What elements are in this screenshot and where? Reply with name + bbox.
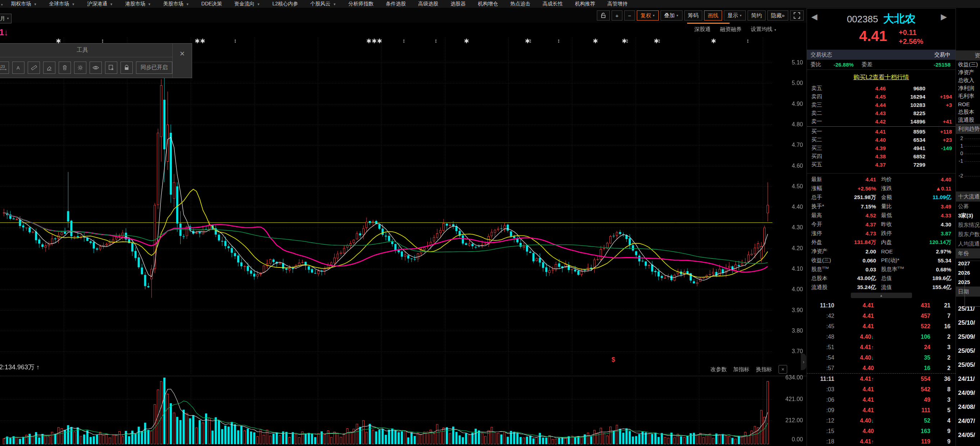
lock-open-button[interactable] [597, 10, 610, 21]
menu-item-DDE决策[interactable]: DDE决策 [195, 1, 228, 7]
date-item[interactable]: 24/09/ [956, 386, 980, 400]
menu-item-分析师指数[interactable]: 分析师指数 [342, 1, 380, 7]
event-star-icon[interactable]: ∗ [463, 37, 469, 44]
event-star-icon[interactable]: ∗ [377, 37, 383, 44]
draw-line-button[interactable]: 画线 [704, 10, 722, 21]
date-item[interactable]: 24/07/ [956, 414, 980, 428]
simple-mode-button[interactable]: 简约 [748, 10, 765, 21]
event-star-icon[interactable]: ∗ [200, 37, 206, 44]
sync-enabled-button[interactable]: 同步已开启 [136, 62, 172, 74]
event-star-icon[interactable]: ∗ [593, 37, 599, 44]
display-button[interactable]: 显示 ▼ [724, 10, 746, 21]
date-item[interactable]: 24/11/ [956, 372, 980, 386]
sub-link-深股通[interactable]: 深股通 [694, 26, 711, 33]
stats-row: 股息TTM0.03股息率TTM0.68% [807, 265, 956, 274]
chip-distribution-button[interactable]: 筹码 [684, 10, 702, 21]
holders-label[interactable]: 公募 [956, 202, 980, 211]
finance-label: 毛利率 [956, 92, 980, 100]
lock-tool[interactable] [121, 62, 133, 74]
holders-label[interactable]: 股东情况 [956, 220, 980, 229]
menu-item-港股市场[interactable]: 港股市场 ▼ [119, 1, 157, 7]
panel-collapse-handle[interactable]: › [801, 354, 806, 370]
menu-item-美股市场[interactable]: 美股市场 ▼ [157, 1, 195, 7]
trash-tool[interactable] [59, 62, 71, 74]
menu-item-高管增持[interactable]: 高管增持 [601, 1, 633, 7]
gear-tool[interactable] [74, 62, 86, 74]
holders-value[interactable]: 3家(3) [956, 211, 980, 220]
tools-palette-title[interactable]: 工具 [0, 43, 172, 57]
text-a-tool[interactable]: A [12, 62, 24, 74]
bid-row[interactable]: 买三4.394941-149 [807, 144, 956, 152]
side-tab-header[interactable]: 资金 [956, 50, 980, 61]
date-item[interactable]: 25/05/ [956, 358, 980, 372]
hide-button[interactable]: 隐藏» [767, 10, 788, 21]
date-item[interactable]: 24/08/ [956, 400, 980, 414]
ask-row[interactable]: 卖四4.4516294+194 [807, 92, 956, 101]
menu-item-资金流向[interactable]: 资金流向 ▼ [228, 1, 266, 7]
menu-item-全球市场[interactable]: 全球市场 ▼ [43, 1, 81, 7]
adjust-price-button[interactable]: 复权 ▼ [637, 10, 659, 21]
zoom-out-button[interactable]: − [624, 10, 635, 21]
holders-label[interactable]: 股东户数 [956, 229, 980, 239]
menu-item-选股器[interactable]: 选股器 [444, 1, 472, 7]
tick-time: :42 [811, 313, 834, 319]
event-star-icon[interactable]: ∗ [711, 37, 717, 44]
date-item[interactable]: 24/05/ [956, 442, 980, 446]
menu-item-L2核心内参[interactable]: L2核心内参 [266, 1, 304, 7]
stats-collapse-button[interactable]: ▲ [851, 293, 912, 298]
date-item[interactable]: 25/10/ [956, 316, 980, 330]
volume-axis-label: 634.00 [773, 374, 803, 381]
tools-close-button[interactable]: × [172, 43, 192, 78]
date-item[interactable]: 24/05/ [956, 428, 980, 442]
menu-item-机构增仓[interactable]: 机构增仓 [472, 1, 504, 7]
menu-item-机构推荐[interactable]: 机构推荐 [569, 1, 601, 7]
stat-label: 股息TTM [811, 266, 842, 273]
tick-count: 16 [930, 323, 950, 330]
bid-row[interactable]: 买四4.386852 [807, 152, 956, 161]
next-stock-arrow-icon[interactable]: ▶ [941, 12, 947, 22]
event-updown-icon[interactable]: ↕ [529, 37, 532, 44]
fullscreen-button[interactable] [790, 10, 804, 21]
ruler-tool[interactable] [28, 62, 40, 74]
menu-item-高成长性[interactable]: 高成长性 [536, 1, 569, 7]
ask-row[interactable]: 卖五4.469680 [807, 84, 956, 92]
ask-row[interactable]: 卖一4.4214896+41 [807, 117, 956, 126]
bid-row[interactable]: 买一4.418595+118 [807, 127, 956, 136]
event-updown-icon[interactable]: ↕ [746, 37, 749, 44]
zoom-in-button[interactable]: + [612, 10, 622, 21]
menu-item-期权市场[interactable]: 期权市场 ▼ [5, 1, 43, 7]
overlay-button[interactable]: 叠加 ▼ [660, 10, 682, 21]
close-indicator-icon[interactable]: × [778, 365, 787, 374]
bid-row[interactable]: 买二4.406534+23 [807, 136, 956, 144]
tick-count: 2 [930, 334, 950, 340]
price-axis-label: 4.90 [773, 101, 803, 107]
event-updown-icon[interactable]: ↕ [234, 37, 237, 44]
menu-item-热点追击[interactable]: 热点追击 [504, 1, 536, 7]
change-params-link[interactable]: 改参数 [711, 366, 727, 373]
add-indicator-link[interactable]: 加指标 [733, 366, 749, 373]
menu-item-条件选股[interactable]: 条件选股 [380, 1, 412, 7]
menu-item-沪深港通[interactable]: 沪深港通 ▼ [81, 1, 119, 7]
holders-label[interactable]: 人均流通 [956, 239, 980, 248]
period-selector[interactable]: 月 ▼ [0, 14, 11, 23]
event-updown-icon[interactable]: ↕ [402, 37, 406, 44]
switch-indicator-link[interactable]: 换指标 [756, 366, 772, 373]
bid-row[interactable]: 买五4.377299 [807, 161, 956, 169]
menu-item-个股风云[interactable]: 个股风云 ▼ [304, 1, 342, 7]
measure-123-tool[interactable]: 123 [0, 62, 9, 74]
event-updown-icon[interactable]: ↕ [557, 37, 560, 44]
eraser-tool[interactable] [43, 62, 56, 74]
eye-tool[interactable] [89, 62, 102, 74]
sub-link-融资融券[interactable]: 融资融券 [720, 26, 741, 33]
date-item[interactable]: 25/05/ [956, 344, 980, 358]
buy-l2-link[interactable]: 购买L2查看十档行情 [853, 73, 909, 81]
date-item[interactable]: 25/09/ [956, 330, 980, 344]
event-updown-icon[interactable]: ↕ [434, 37, 438, 44]
menu-item-高级选股[interactable]: 高级选股 [412, 1, 444, 7]
ask-row[interactable]: 卖三4.4410283+3 [807, 101, 956, 109]
event-updown-icon[interactable]: ↕ [658, 37, 661, 44]
event-updown-icon[interactable]: ↕ [626, 37, 629, 44]
ask-row[interactable]: 卖二4.438225 [807, 109, 956, 117]
export-tool[interactable] [105, 62, 117, 74]
sub-link-设置均线[interactable]: 设置均线▼ [751, 26, 777, 33]
